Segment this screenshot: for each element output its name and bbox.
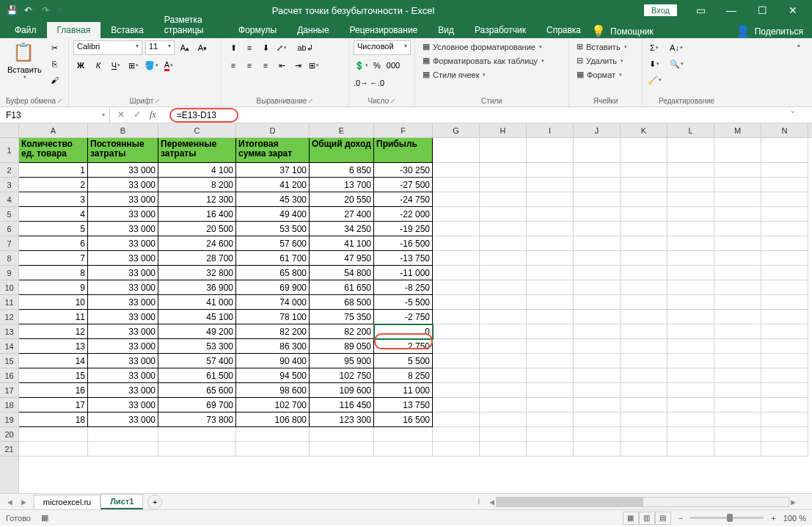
row-header[interactable]: 4 — [0, 192, 18, 207]
cell[interactable] — [574, 442, 621, 457]
cell[interactable]: 53 300 — [158, 339, 236, 354]
percent-icon[interactable]: % — [370, 58, 384, 73]
cancel-formula-icon[interactable]: ✕ — [117, 109, 125, 120]
underline-button[interactable]: Ч▾ — [109, 58, 123, 73]
cell[interactable] — [527, 192, 574, 207]
cell[interactable] — [574, 207, 621, 222]
cell[interactable] — [480, 207, 527, 222]
cell[interactable]: 0 — [374, 324, 433, 339]
cell[interactable] — [621, 295, 667, 310]
cell[interactable] — [433, 236, 480, 251]
cell[interactable]: Общий доход — [310, 138, 374, 163]
cell[interactable]: -30 250 — [374, 163, 433, 178]
cell[interactable] — [714, 236, 761, 251]
cell[interactable]: -16 500 — [374, 236, 433, 251]
col-header-M[interactable]: M — [714, 123, 761, 137]
conditional-formatting-button[interactable]: ▦Условное форматирование▾ — [420, 40, 545, 53]
cell[interactable] — [667, 427, 714, 442]
cell[interactable]: 36 900 — [158, 280, 236, 295]
cell[interactable] — [714, 222, 761, 236]
cell[interactable] — [574, 178, 621, 192]
cell[interactable] — [667, 236, 714, 251]
cell[interactable]: 33 000 — [88, 178, 158, 192]
cell[interactable] — [433, 192, 480, 207]
cell[interactable] — [714, 163, 761, 178]
row-header[interactable]: 3 — [0, 178, 18, 192]
cell[interactable] — [667, 222, 714, 236]
cell[interactable] — [310, 442, 374, 457]
cell[interactable]: -13 750 — [374, 251, 433, 266]
find-icon[interactable]: 🔍▾ — [669, 57, 684, 71]
login-button[interactable]: Вход — [644, 4, 677, 16]
cell[interactable] — [667, 368, 714, 383]
cell[interactable] — [761, 266, 808, 280]
cell[interactable] — [761, 339, 808, 354]
cell[interactable] — [480, 324, 527, 339]
macro-record-icon[interactable]: ▦ — [41, 513, 48, 523]
cell[interactable] — [714, 368, 761, 383]
cell[interactable] — [480, 398, 527, 412]
font-name-select[interactable]: Calibri — [73, 40, 142, 55]
cell[interactable] — [667, 339, 714, 354]
cell[interactable] — [714, 295, 761, 310]
cell[interactable]: 13 — [19, 339, 88, 354]
cell[interactable] — [714, 138, 761, 163]
cell[interactable]: 109 600 — [310, 383, 374, 398]
shrink-font-icon[interactable]: A▾ — [195, 40, 210, 55]
view-break-icon[interactable]: ▤ — [655, 512, 671, 525]
grow-font-icon[interactable]: A▴ — [178, 40, 192, 55]
row-header[interactable]: 10 — [0, 280, 18, 295]
cell[interactable]: 49 200 — [158, 324, 236, 339]
cell[interactable] — [621, 368, 667, 383]
cell[interactable] — [480, 222, 527, 236]
cell[interactable]: 5 500 — [374, 354, 433, 368]
cell[interactable]: 33 000 — [88, 192, 158, 207]
cell[interactable]: 34 250 — [310, 222, 374, 236]
cell[interactable]: 28 700 — [158, 251, 236, 266]
cell[interactable]: 49 400 — [236, 207, 310, 222]
cell[interactable]: 24 600 — [158, 236, 236, 251]
cell[interactable] — [761, 368, 808, 383]
tab-formulas[interactable]: Формулы — [228, 22, 287, 38]
cell[interactable] — [574, 368, 621, 383]
cell[interactable] — [621, 354, 667, 368]
wrap-text-icon[interactable]: ab↲ — [298, 40, 312, 55]
cell[interactable]: 27 400 — [310, 207, 374, 222]
cell[interactable] — [480, 192, 527, 207]
bold-button[interactable]: Ж — [73, 58, 88, 73]
cell[interactable]: 11 000 — [374, 383, 433, 398]
cell[interactable] — [667, 207, 714, 222]
undo-icon[interactable]: ↶▾ — [23, 4, 35, 16]
select-all-corner[interactable] — [0, 123, 18, 138]
collapse-ribbon-icon[interactable]: ˄ — [791, 41, 806, 56]
cell[interactable] — [574, 354, 621, 368]
cell[interactable]: 1 — [19, 163, 88, 178]
borders-icon[interactable]: ⊞▾ — [126, 58, 141, 73]
tab-view[interactable]: Вид — [428, 22, 464, 38]
row-header[interactable]: 15 — [0, 354, 18, 368]
cell[interactable]: 94 500 — [236, 368, 310, 383]
cell[interactable]: 102 750 — [310, 368, 374, 383]
view-normal-icon[interactable]: ▦ — [623, 512, 639, 525]
cell[interactable] — [714, 207, 761, 222]
cell[interactable] — [761, 427, 808, 442]
col-header-A[interactable]: A — [19, 123, 88, 137]
cell[interactable] — [433, 280, 480, 295]
cell[interactable] — [574, 163, 621, 178]
cell[interactable] — [621, 310, 667, 324]
cell[interactable] — [480, 178, 527, 192]
cell[interactable]: 17 — [19, 398, 88, 412]
row-header[interactable]: 17 — [0, 383, 18, 398]
cell[interactable] — [621, 339, 667, 354]
cell[interactable]: 45 300 — [236, 192, 310, 207]
cell[interactable] — [761, 236, 808, 251]
cell[interactable] — [480, 368, 527, 383]
cell[interactable]: 11 — [19, 310, 88, 324]
sheet-nav-next-icon[interactable]: ► — [20, 498, 28, 506]
cell[interactable] — [714, 354, 761, 368]
cell[interactable] — [310, 427, 374, 442]
cell[interactable] — [527, 251, 574, 266]
horizontal-scrollbar[interactable] — [496, 497, 789, 507]
cell[interactable] — [761, 398, 808, 412]
cell[interactable] — [480, 163, 527, 178]
